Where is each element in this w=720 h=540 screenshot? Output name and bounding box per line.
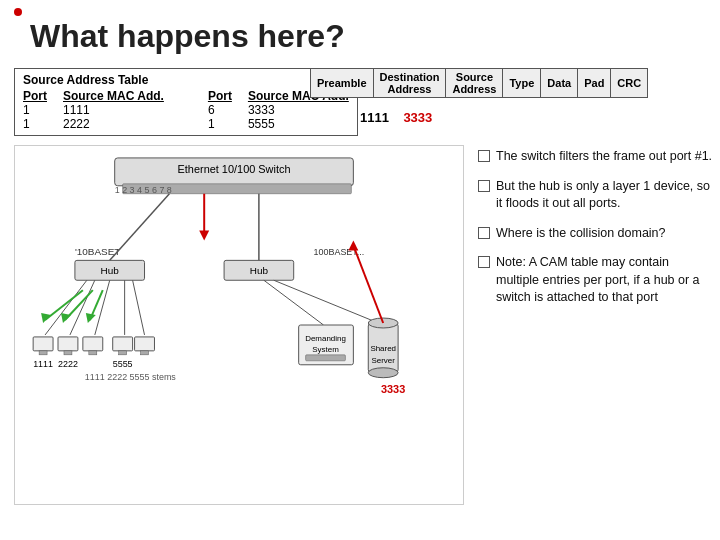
right-port-row2: 1 [208, 117, 232, 131]
frame-src-value: 3333 [403, 110, 432, 125]
frame-dest-value: 1111 [360, 110, 389, 125]
svg-text:5555: 5555 [113, 359, 133, 369]
svg-text:Shared: Shared [370, 344, 396, 353]
checkbox-4 [478, 256, 490, 268]
checkbox-1 [478, 150, 490, 162]
svg-line-16 [95, 280, 110, 335]
bullet-point-3: Where is the collision domain? [478, 225, 713, 243]
svg-text:3333: 3333 [381, 383, 405, 395]
svg-text:Hub: Hub [250, 265, 269, 276]
source-table-title: Source Address Table [23, 73, 349, 87]
svg-line-14 [45, 280, 87, 335]
bullet-point-1: The switch filters the frame out port #1… [478, 148, 713, 166]
svg-rect-26 [39, 351, 47, 355]
source-address-table: Source Address Table Port 1 1 Source MAC… [14, 68, 358, 136]
right-mac-row2: 5555 [248, 117, 349, 131]
svg-rect-34 [141, 351, 149, 355]
svg-text:Ethernet 10/100 Switch: Ethernet 10/100 Switch [178, 163, 291, 175]
checkbox-3 [478, 227, 490, 239]
bullet-point-2: But the hub is only a layer 1 device, so… [478, 178, 713, 213]
frame-header-data: Data [541, 69, 578, 98]
svg-text:System: System [312, 345, 339, 354]
svg-text:1111: 1111 [33, 359, 53, 369]
svg-marker-20 [41, 313, 51, 323]
frame-table: Preamble DestinationAddress SourceAddres… [310, 68, 648, 98]
right-port-header: Port [208, 89, 232, 103]
bullet-point-4: Note: A CAM table may contain multiple e… [478, 254, 713, 307]
frame-header-type: Type [503, 69, 541, 98]
network-diagram: Ethernet 10/100 Switch 1 2 3 4 5 6 7 8 '… [14, 145, 464, 505]
bullet-points-container: The switch filters the frame out port #1… [478, 148, 713, 319]
svg-rect-31 [113, 337, 133, 351]
bp-text-2: But the hub is only a layer 1 device, so… [496, 178, 713, 213]
frame-header-dest: DestinationAddress [373, 69, 446, 98]
svg-rect-25 [33, 337, 53, 351]
svg-text:Demanding: Demanding [305, 334, 346, 343]
right-port-row1: 6 [208, 103, 232, 117]
svg-rect-33 [135, 337, 155, 351]
frame-values: 1111 3333 [360, 110, 432, 125]
svg-rect-29 [83, 337, 103, 351]
svg-text:Hub: Hub [101, 265, 120, 276]
svg-line-15 [70, 280, 95, 335]
left-port-header: Port [23, 89, 47, 103]
left-mac-row1: 1111 [63, 103, 164, 117]
right-mac-row1: 3333 [248, 103, 349, 117]
bullet-dot [14, 8, 22, 16]
svg-text:2222: 2222 [58, 359, 78, 369]
svg-rect-30 [89, 351, 97, 355]
left-port-row2: 1 [23, 117, 47, 131]
frame-header-pad: Pad [578, 69, 611, 98]
frame-header-crc: CRC [611, 69, 648, 98]
svg-marker-52 [348, 240, 358, 250]
left-mac-row2: 2222 [63, 117, 164, 131]
bp-text-1: The switch filters the frame out port #1… [496, 148, 712, 166]
bp-text-4: Note: A CAM table may contain multiple e… [496, 254, 713, 307]
svg-line-18 [133, 280, 145, 335]
diagram-svg: Ethernet 10/100 Switch 1 2 3 4 5 6 7 8 '… [15, 146, 463, 504]
svg-rect-32 [119, 351, 127, 355]
checkbox-2 [478, 180, 490, 192]
svg-line-12 [110, 194, 170, 261]
svg-line-39 [264, 280, 324, 325]
svg-rect-44 [306, 355, 346, 361]
svg-text:Server: Server [371, 356, 395, 365]
svg-line-40 [274, 280, 383, 325]
svg-point-47 [368, 368, 398, 378]
svg-text:1 2 3 4 5 6 7 8: 1 2 3 4 5 6 7 8 [115, 185, 172, 195]
frame-header-preamble: Preamble [311, 69, 374, 98]
svg-rect-28 [64, 351, 72, 355]
svg-rect-27 [58, 337, 78, 351]
svg-line-51 [353, 245, 383, 323]
svg-marker-24 [86, 313, 96, 323]
bp-text-3: Where is the collision domain? [496, 225, 666, 243]
svg-text:1111  2222  5555  stems: 1111 2222 5555 stems [85, 372, 176, 382]
left-mac-header: Source MAC Add. [63, 89, 164, 103]
page-title: What happens here? [30, 18, 345, 55]
frame-header-src: SourceAddress [446, 69, 503, 98]
left-port-row1: 1 [23, 103, 47, 117]
svg-marker-5 [199, 231, 209, 241]
